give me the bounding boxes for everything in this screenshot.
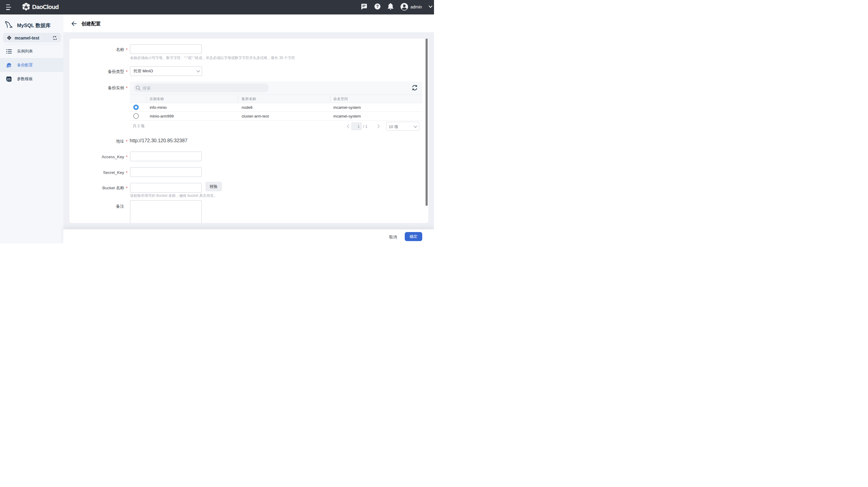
- svg-text:?: ?: [376, 4, 379, 9]
